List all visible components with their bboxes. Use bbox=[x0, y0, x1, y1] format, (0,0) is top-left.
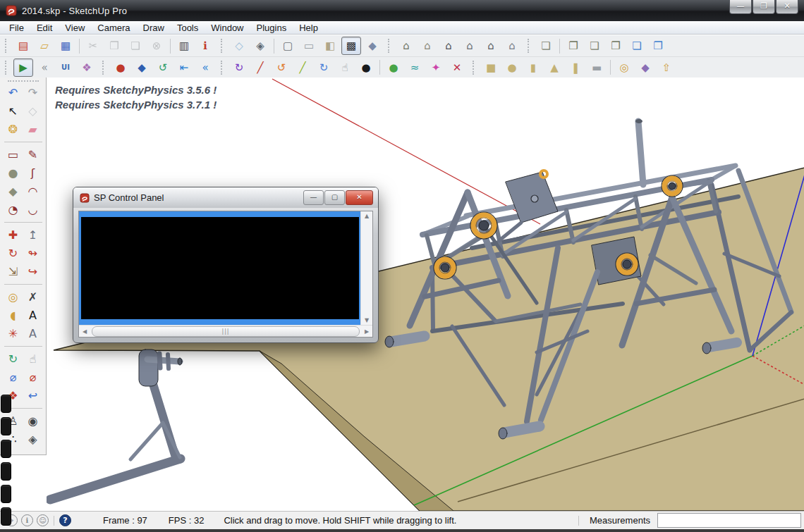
views-toolbar-handle[interactable] bbox=[388, 39, 392, 53]
intersect-button[interactable]: ❐ bbox=[564, 37, 583, 55]
motor-joint-button[interactable]: ↺ bbox=[272, 58, 291, 77]
sketchyphysics-control-toolbar-handle[interactable] bbox=[5, 61, 9, 75]
piston-joint-button[interactable]: ╱ bbox=[293, 58, 312, 77]
back-edges-button[interactable]: ◈ bbox=[250, 37, 270, 55]
credits-icon[interactable]: ℹ bbox=[21, 514, 33, 526]
ball-joint-button[interactable]: ● bbox=[384, 58, 403, 77]
left-view-button[interactable]: ⌂ bbox=[502, 37, 522, 55]
scrollbar-thumb[interactable]: ||| bbox=[92, 326, 360, 337]
dark-toolbar-button[interactable] bbox=[1, 507, 11, 526]
wheel-shape-button[interactable]: ◎ bbox=[614, 58, 634, 77]
line-tool[interactable]: ✎ bbox=[23, 146, 43, 163]
minimize-button[interactable]: — bbox=[729, 0, 752, 14]
show-ui-button[interactable]: UI bbox=[56, 58, 75, 77]
box-shape-button[interactable]: ■ bbox=[481, 58, 501, 77]
outer-shell-button[interactable]: ❏ bbox=[536, 37, 556, 55]
menu-help[interactable]: Help bbox=[293, 21, 324, 35]
sketchyphysics-replay-toolbar-handle[interactable] bbox=[102, 61, 106, 75]
monochrome-button[interactable]: ◆ bbox=[363, 37, 382, 55]
menu-plugins[interactable]: Plugins bbox=[250, 21, 293, 35]
right-view-button[interactable]: ⌂ bbox=[460, 37, 480, 55]
scale-tool[interactable]: ⇲ bbox=[4, 263, 23, 280]
toolbar-drag-handle[interactable] bbox=[8, 80, 39, 82]
plane-shape-button[interactable]: ▬ bbox=[587, 58, 607, 77]
move-tool[interactable]: ✚ bbox=[4, 226, 23, 244]
shaded-textures-button[interactable]: ▩ bbox=[341, 37, 361, 55]
menu-edit[interactable]: Edit bbox=[30, 21, 59, 35]
freehand-tool[interactable]: ʃ bbox=[23, 164, 43, 182]
eraser-tool[interactable]: ▰ bbox=[23, 120, 43, 138]
previous-view-tool[interactable]: ↩ bbox=[23, 387, 43, 404]
trim-button[interactable]: ❏ bbox=[627, 37, 647, 55]
print-button[interactable]: ▥ bbox=[174, 37, 194, 55]
save-button[interactable]: ▦ bbox=[56, 37, 75, 55]
iso-view-button[interactable]: ⌂ bbox=[396, 37, 416, 55]
rotate-tool[interactable]: ↻ bbox=[4, 245, 23, 262]
three-point-arc-tool[interactable]: ◡ bbox=[23, 201, 43, 218]
hidden-line-button[interactable]: ▭ bbox=[299, 37, 319, 55]
convex-hull-button[interactable]: ◆ bbox=[635, 58, 655, 77]
cone-shape-button[interactable]: ▲ bbox=[544, 58, 564, 77]
scroll-right-icon[interactable]: ▶ bbox=[361, 328, 372, 335]
menu-camera[interactable]: Camera bbox=[91, 21, 136, 35]
tape-measure-tool[interactable]: ◎ bbox=[4, 288, 23, 306]
pan-tool[interactable]: ☝ bbox=[23, 350, 43, 368]
pie-tool[interactable]: ◔ bbox=[4, 201, 23, 218]
menu-tools[interactable]: Tools bbox=[171, 21, 205, 35]
subtract-button[interactable]: ❐ bbox=[606, 37, 626, 55]
delete-joint-button[interactable]: ✕ bbox=[447, 58, 467, 77]
follow-me-tool[interactable]: ↬ bbox=[23, 245, 43, 262]
orbit-tool[interactable]: ↻ bbox=[4, 350, 23, 368]
physics-settings-button[interactable]: ❖ bbox=[77, 58, 97, 77]
scroll-up-icon[interactable]: ▲ bbox=[365, 213, 369, 219]
scroll-left-icon[interactable]: ◀ bbox=[79, 328, 90, 335]
servo-joint-button[interactable]: ╱ bbox=[250, 58, 270, 77]
open-button[interactable]: ▱ bbox=[35, 37, 54, 55]
sp-maximize-button[interactable]: ▢ bbox=[324, 190, 345, 205]
top-view-button[interactable]: ⌂ bbox=[418, 37, 437, 55]
paint-bucket-tool[interactable]: ❂ bbox=[4, 120, 23, 138]
redo-tool[interactable]: ↷ bbox=[23, 84, 43, 101]
joint-connector-button[interactable]: ☝ bbox=[335, 58, 355, 77]
zoom-tool[interactable]: ⌀ bbox=[4, 369, 23, 386]
solid-tools-toolbar-handle[interactable] bbox=[528, 39, 532, 53]
record-button[interactable]: ● bbox=[111, 58, 130, 77]
zoom-window-tool[interactable]: ⌀ bbox=[23, 369, 43, 386]
free-spin-joint-button[interactable]: ↻ bbox=[314, 58, 334, 77]
dark-toolbar-button[interactable] bbox=[1, 395, 11, 413]
split-button[interactable]: ❐ bbox=[648, 37, 668, 55]
rectangle-tool[interactable]: ▭ bbox=[4, 146, 23, 163]
menu-view[interactable]: View bbox=[59, 21, 91, 35]
protractor-tool[interactable]: ◖ bbox=[4, 307, 23, 324]
push-pull-tool[interactable]: ↥ bbox=[23, 226, 43, 244]
help-icon[interactable]: ? bbox=[59, 514, 71, 526]
oval-tool-button[interactable]: ● bbox=[356, 58, 376, 77]
model-info-button[interactable]: ℹ bbox=[195, 37, 215, 55]
gyro-joint-button[interactable]: ↻ bbox=[229, 58, 249, 77]
axes-tool[interactable]: ✳ bbox=[4, 325, 23, 342]
shapes-toolbar-handle[interactable] bbox=[473, 61, 477, 75]
rewind-button[interactable]: « bbox=[195, 58, 215, 77]
dimension-tool[interactable]: ✗ bbox=[23, 288, 43, 306]
dark-toolbar-button[interactable] bbox=[1, 462, 11, 481]
capsule-shape-button[interactable]: ❚ bbox=[566, 58, 585, 77]
standard-toolbar-handle[interactable] bbox=[5, 39, 9, 53]
menu-file[interactable]: File bbox=[3, 21, 30, 35]
union-button[interactable]: ❏ bbox=[585, 37, 604, 55]
sp-console-area[interactable] bbox=[81, 217, 359, 319]
select-tool[interactable]: ↖ bbox=[4, 102, 23, 120]
section-plane-tool[interactable]: ◈ bbox=[23, 431, 43, 448]
text-tool[interactable]: A bbox=[23, 307, 43, 324]
sp-close-button[interactable]: ✕ bbox=[346, 190, 373, 205]
replay-button[interactable]: ↺ bbox=[153, 58, 173, 77]
joints-toolbar-handle[interactable] bbox=[221, 61, 225, 75]
camera-recorder-button[interactable]: ◆ bbox=[132, 58, 152, 77]
anchor-shape-button[interactable]: ⇧ bbox=[657, 58, 676, 77]
front-view-button[interactable]: ⌂ bbox=[439, 37, 458, 55]
dark-toolbar-button[interactable] bbox=[1, 440, 11, 458]
sp-control-panel-window[interactable]: SP Control Panel — ▢ ✕ ▲ ▼ ◀ ||| ▶ bbox=[73, 187, 379, 343]
close-button[interactable]: ✕ bbox=[776, 0, 798, 14]
cylinder-shape-button[interactable]: ▮ bbox=[523, 58, 543, 77]
circle-tool[interactable]: ● bbox=[4, 164, 23, 182]
styles-toolbar-handle[interactable] bbox=[221, 39, 225, 53]
